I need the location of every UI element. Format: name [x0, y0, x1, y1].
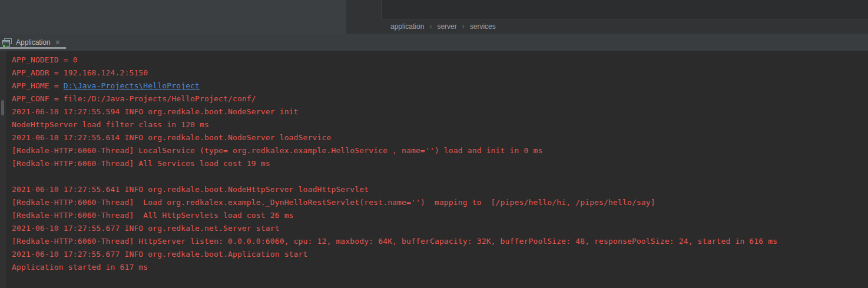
log-text: 2021-06-10 17:27:55.677 INFO org.redkale… — [12, 224, 280, 233]
log-text: APP_CONF = file:/D:/Java-Projects/HelloP… — [12, 94, 256, 103]
console-line: [Redkale-HTTP:6060-Thread] All Services … — [12, 157, 868, 170]
console-line: Application started in 617 ms — [12, 261, 868, 274]
console-line: [Redkale-HTTP:6060-Thread] HttpServer li… — [12, 235, 868, 248]
editor-pane — [0, 0, 346, 34]
console-line: [Redkale-HTTP:6060-Thread] LocalService … — [12, 144, 868, 157]
console-line: [Redkale-HTTP:6060-Thread] Load org.redk… — [12, 196, 868, 209]
breadcrumb: application › server › services — [390, 19, 496, 34]
chevron-right-icon: › — [429, 22, 432, 31]
close-icon[interactable]: × — [55, 38, 60, 47]
log-text: [Redkale-HTTP:6060-Thread] Load org.redk… — [12, 198, 655, 207]
console-line: 2021-06-10 17:27:55.677 INFO org.redkale… — [12, 222, 868, 235]
log-text: [Redkale-HTTP:6060-Thread] LocalService … — [12, 146, 542, 155]
log-text: [Redkale-HTTP:6060-Thread] All HttpServl… — [12, 211, 294, 220]
breadcrumb-item-services[interactable]: services — [470, 22, 496, 31]
breadcrumb-bar: application › server › services — [346, 0, 868, 34]
log-text: NodeHttpServer load filter class in 120 … — [12, 120, 209, 129]
console-output-lines: APP_NODEID = 0APP_ADDR = 192.168.124.2:5… — [12, 54, 868, 274]
console-line: 2021-06-10 17:27:55.641 INFO org.redkale… — [12, 183, 868, 196]
file-path-link[interactable]: D:\Java-Projects\HelloProject — [64, 81, 200, 90]
log-text: [Redkale-HTTP:6060-Thread] All Services … — [12, 159, 270, 168]
console-line: NodeHttpServer load filter class in 120 … — [12, 118, 868, 131]
log-text: 2021-06-10 17:27:55.594 INFO org.redkale… — [12, 107, 299, 116]
run-tab-bar: Application × — [0, 34, 868, 51]
console-line: APP_NODEID = 0 — [12, 54, 868, 67]
log-text: 2021-06-10 17:27:55.641 INFO org.redkale… — [12, 185, 369, 194]
chevron-right-icon: › — [462, 22, 465, 31]
log-text: [Redkale-HTTP:6060-Thread] HttpServer li… — [12, 237, 777, 246]
console-line — [12, 170, 868, 183]
editor-area — [382, 0, 868, 20]
console-line: 2021-06-10 17:27:55.614 INFO org.redkale… — [12, 131, 868, 144]
console-pane[interactable]: APP_NODEID = 0APP_ADDR = 192.168.124.2:5… — [0, 51, 868, 288]
breadcrumb-item-server[interactable]: server — [437, 22, 456, 31]
console-line: APP_ADDR = 192.168.124.2:5150 — [12, 67, 868, 80]
console-line: 2021-06-10 17:27:55.677 INFO org.redkale… — [12, 248, 868, 261]
log-text: APP_NODEID = 0 — [12, 55, 78, 64]
scrollbar-thumb[interactable] — [1, 100, 4, 115]
console-left-gutter — [0, 51, 6, 288]
console-line: APP_HOME = D:\Java-Projects\HelloProject — [12, 80, 868, 92]
log-text: APP_ADDR = 192.168.124.2:5150 — [12, 68, 148, 77]
console-line: APP_CONF = file:/D:/Java-Projects/HelloP… — [12, 92, 868, 105]
run-console-icon — [2, 38, 12, 48]
tab-label: Application — [16, 38, 51, 47]
log-text: APP_HOME = — [12, 81, 64, 90]
log-text: Application started in 617 ms — [12, 263, 148, 272]
console-line: 2021-06-10 17:27:55.594 INFO org.redkale… — [12, 105, 868, 118]
console-line: [Redkale-HTTP:6060-Thread] All HttpServl… — [12, 209, 868, 222]
breadcrumb-item-application[interactable]: application — [390, 22, 424, 31]
log-text: 2021-06-10 17:27:55.677 INFO org.redkale… — [12, 250, 308, 259]
log-text: 2021-06-10 17:27:55.614 INFO org.redkale… — [12, 133, 331, 142]
active-tab-underline — [0, 47, 66, 49]
